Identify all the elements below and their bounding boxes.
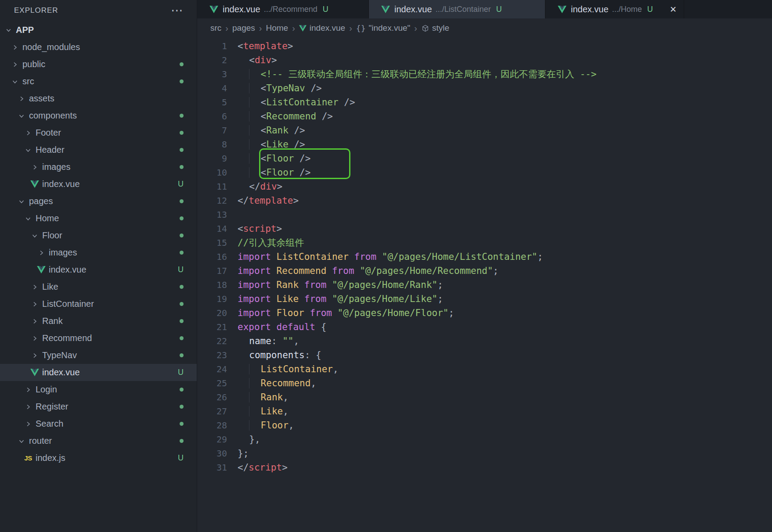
- code-line-26[interactable]: 26 Rank,: [197, 390, 772, 404]
- code-line-10[interactable]: 10 <Floor />: [197, 165, 772, 180]
- code-line-27[interactable]: 27 Like,: [197, 404, 772, 418]
- tree-item-label: public: [22, 59, 45, 69]
- code-line-3[interactable]: 3 <!-- 三级联动全局组件：三级联动已经注册为全局组件，因此不需要在引入 -…: [197, 67, 772, 81]
- code-line-19[interactable]: 19import Like from "@/pages/Home/Like";: [197, 292, 772, 306]
- code-token: from: [349, 252, 382, 262]
- tree-item-home[interactable]: Home: [0, 210, 197, 227]
- tree-item-index-vue[interactable]: index.vueU: [0, 364, 197, 381]
- code-line-29[interactable]: 29 },: [197, 432, 772, 446]
- code-line-25[interactable]: 25 Recommend,: [197, 376, 772, 390]
- code-line-18[interactable]: 18import Rank from "@/pages/Home/Rank";: [197, 278, 772, 292]
- code-line-13[interactable]: 13: [197, 208, 772, 222]
- tree-item-rank[interactable]: Rank: [0, 313, 197, 330]
- code-line-16[interactable]: 16import ListContainer from "@/pages/Hom…: [197, 250, 772, 264]
- tab-listcontainer[interactable]: index.vue.../ListContainerU: [369, 0, 545, 18]
- git-untracked-badge: U: [178, 368, 184, 377]
- vscode-window: EXPLORER ⋯ APP node_modulespublicsrcasse…: [0, 0, 772, 532]
- tree-item-footer[interactable]: Footer: [0, 124, 197, 141]
- line-number: 30: [197, 448, 238, 459]
- vue-icon: [30, 369, 39, 376]
- breadcrumb-item-home[interactable]: Home: [266, 23, 288, 33]
- code-line-9[interactable]: 9 <Floor />: [197, 151, 772, 165]
- tree-item-index-vue[interactable]: index.vueU: [0, 261, 197, 278]
- line-number: 29: [197, 434, 238, 445]
- tree-item-typenav[interactable]: TypeNav: [0, 347, 197, 364]
- tree-item-label: node_modules: [22, 42, 80, 52]
- code-token: >: [277, 181, 283, 192]
- tree-item-pages[interactable]: pages: [0, 193, 197, 210]
- tab-recommend[interactable]: index.vue.../RecommendU: [197, 0, 369, 18]
- code-token: ListContainer: [277, 252, 349, 262]
- code-line-28[interactable]: 28 Floor,: [197, 418, 772, 432]
- code-token: Like: [261, 406, 283, 417]
- code-token: />: [294, 167, 310, 178]
- git-modified-dot: [180, 251, 184, 255]
- tree-item-images[interactable]: images: [0, 244, 197, 261]
- code-line-17[interactable]: 17import Recommend from "@/pages/Home/Re…: [197, 264, 772, 278]
- tab-home[interactable]: index.vue.../HomeU✕: [545, 0, 684, 18]
- indent-guide: [238, 406, 249, 417]
- code-line-7[interactable]: 7 <Rank />: [197, 123, 772, 137]
- breadcrumb-item-index-vue[interactable]: index.vue: [299, 23, 345, 33]
- tree-item-recommend[interactable]: Recommend: [0, 330, 197, 347]
- code-line-8[interactable]: 8 <Like />: [197, 137, 772, 151]
- git-modified-dot: [180, 79, 184, 83]
- code-line-2[interactable]: 2 <div>: [197, 53, 772, 67]
- tree-item-login[interactable]: Login: [0, 381, 197, 398]
- breadcrumb-item-src[interactable]: src: [210, 23, 221, 33]
- tree-item-node-modules[interactable]: node_modules: [0, 39, 197, 56]
- code-line-14[interactable]: 14<script>: [197, 222, 772, 236]
- indent-guide: [249, 392, 260, 403]
- code-line-11[interactable]: 11 </div>: [197, 180, 772, 194]
- code-line-6[interactable]: 6 <Recommend />: [197, 109, 772, 123]
- tree-item-src[interactable]: src: [0, 73, 197, 90]
- tree-item-like[interactable]: Like: [0, 278, 197, 295]
- breadcrumb-item-pages[interactable]: pages: [232, 23, 255, 33]
- tree-item-listcontainer[interactable]: ListContainer: [0, 295, 197, 313]
- code-line-24[interactable]: 24 ListContainer,: [197, 362, 772, 376]
- code-token: Floor: [266, 167, 294, 178]
- section-header-app[interactable]: APP: [0, 21, 197, 39]
- code-line-4[interactable]: 4 <TypeNav />: [197, 81, 772, 95]
- tree-item-floor[interactable]: Floor: [0, 227, 197, 244]
- tree-item-register[interactable]: Register: [0, 398, 197, 415]
- code-line-20[interactable]: 20import Floor from "@/pages/Home/Floor"…: [197, 306, 772, 320]
- tree-item-index-vue[interactable]: index.vueU: [0, 176, 197, 193]
- git-modified-dot: [180, 422, 184, 426]
- tree-item-assets[interactable]: assets: [0, 90, 197, 107]
- code-token: ,: [310, 378, 316, 388]
- code-line-21[interactable]: 21export default {: [197, 320, 772, 334]
- code-token: ,: [283, 392, 289, 403]
- code-token: />: [289, 139, 305, 150]
- code-token: />: [339, 97, 355, 108]
- indent-guide: [249, 139, 260, 150]
- more-actions-icon[interactable]: ⋯: [171, 4, 184, 17]
- code-line-1[interactable]: 1<template>: [197, 39, 772, 53]
- tab-close-icon[interactable]: ✕: [670, 4, 677, 14]
- indent-guide: [249, 69, 260, 79]
- code-line-31[interactable]: 31</script>: [197, 460, 772, 474]
- chevron-right-icon: [30, 284, 40, 291]
- code-token: <: [261, 153, 267, 164]
- code-token: ;: [493, 266, 499, 276]
- code-line-12[interactable]: 12</template>: [197, 194, 772, 208]
- code-line-15[interactable]: 15//引入其余组件: [197, 236, 772, 250]
- tree-item-search[interactable]: Search: [0, 415, 197, 432]
- tree-item-images[interactable]: images: [0, 158, 197, 176]
- tree-item-header[interactable]: Header: [0, 141, 197, 158]
- code-line-23[interactable]: 23 components: {: [197, 348, 772, 362]
- tree-item-public[interactable]: public: [0, 56, 197, 73]
- code-editor[interactable]: 1<template>2 <div>3 <!-- 三级联动全局组件：三级联动已经…: [197, 38, 772, 532]
- code-token: <: [261, 111, 267, 122]
- code-line-22[interactable]: 22 name: "",: [197, 334, 772, 348]
- tree-item-index-js[interactable]: JSindex.jsU: [0, 449, 197, 467]
- code-line-5[interactable]: 5 <ListContainer />: [197, 95, 772, 109]
- breadcrumb-item-style[interactable]: style: [421, 23, 449, 33]
- code-token: template: [249, 195, 293, 206]
- tree-item-components[interactable]: components: [0, 107, 197, 124]
- code-token: />: [316, 111, 333, 122]
- code-line-30[interactable]: 30};: [197, 446, 772, 460]
- breadcrumb-item-index-vue[interactable]: {}"index.vue": [356, 23, 411, 33]
- line-number: 18: [197, 280, 238, 290]
- tree-item-router[interactable]: router: [0, 432, 197, 449]
